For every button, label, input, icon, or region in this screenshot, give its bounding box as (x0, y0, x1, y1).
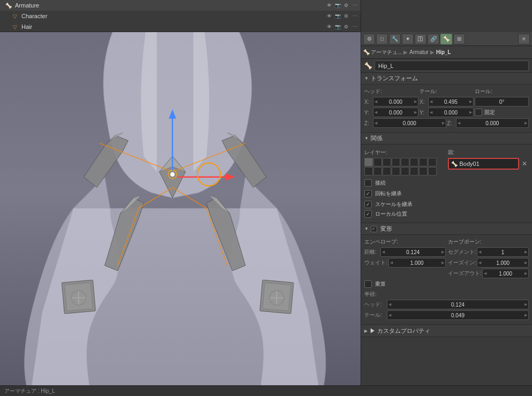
head-col-label: ヘッド: (364, 88, 418, 95)
ease-in-value[interactable]: 1.000 (477, 258, 529, 268)
relations-section-header[interactable]: ▼ 関係 (361, 133, 532, 144)
settings-icon[interactable]: ⚙ (342, 2, 350, 9)
outliner-row-character[interactable]: ▽ Character 👁 📷 ⚙ ⋯ (0, 11, 361, 21)
outliner-row-hair[interactable]: ▽ Hair 👁 📷 ⚙ ⋯ (0, 21, 361, 32)
y-axis-head: Y: (364, 110, 372, 116)
hair-more-icon[interactable]: ⋯ (351, 23, 358, 31)
layer-cell-10[interactable] (373, 167, 382, 176)
roll-value[interactable]: 0° (475, 97, 529, 106)
radius-head-value[interactable]: 0.124 (387, 300, 529, 309)
segment-value[interactable]: 1 (477, 247, 529, 257)
deform-arrow: ▼ (364, 226, 369, 231)
hair-render-icon[interactable]: 📷 (334, 23, 341, 31)
deform-section-header[interactable]: ▼ 変形 (361, 223, 532, 235)
kotei-label: 固定 (484, 109, 495, 116)
hair-set-icon[interactable]: ⚙ (342, 23, 350, 31)
outliner-row-armature[interactable]: 🦴 Armature 👁 📷 ⚙ ⋯ (0, 0, 361, 11)
custom-props-section: ▶ ▶ カスタムプロパティ (361, 325, 532, 337)
breadcrumb: 🦴 アーマチュ... ▶ Armatur ▶ Hip_L (361, 46, 532, 59)
layer-cell-3[interactable] (383, 158, 391, 166)
transform-arrow: ▼ (364, 76, 369, 81)
custom-props-header[interactable]: ▶ ▶ カスタムプロパティ (361, 325, 532, 337)
x-head-value[interactable]: 0.000 (373, 97, 418, 106)
layer-cell-6[interactable] (410, 158, 418, 166)
radius-tail-value[interactable]: 0.049 (387, 310, 529, 320)
layer-cell-11[interactable] (383, 167, 391, 176)
bc-armatur[interactable]: Armatur (409, 49, 429, 55)
layer-cell-15[interactable] (419, 167, 428, 176)
layer-cell-2[interactable] (373, 158, 382, 166)
viewport-background (0, 0, 361, 385)
char-set-icon[interactable]: ⚙ (342, 12, 350, 20)
inherit-scale-checkbox[interactable] (364, 201, 372, 208)
bc-armature[interactable]: アーマチュ... (371, 49, 402, 56)
curvebone-label: カーブボーン: (448, 238, 529, 246)
tool-btn-modifier[interactable]: 🔧 (389, 34, 401, 44)
z-tail-value[interactable]: 0.000 (456, 118, 529, 128)
y-axis-tail: Y: (419, 110, 427, 116)
tool-btn-data[interactable]: ⊞ (453, 34, 465, 44)
tool-btn-mesh[interactable]: ⚙ (363, 34, 375, 44)
viewport[interactable]: 🦴 Armature 👁 📷 ⚙ ⋯ ▽ Character 👁 � (0, 0, 361, 385)
app: 🦴 Armature 👁 📷 ⚙ ⋯ ▽ Character 👁 � (0, 0, 532, 396)
layer-label: レイヤー: (364, 149, 446, 156)
inherit-rotation-checkbox[interactable] (364, 190, 372, 197)
layer-cell-5[interactable] (401, 158, 409, 166)
tool-btn-constraints[interactable]: 🔗 (428, 34, 439, 44)
layer-cell-16[interactable] (428, 167, 437, 176)
bone-name-input[interactable] (374, 60, 529, 71)
relations-arrow: ▼ (364, 136, 369, 141)
layer-grid[interactable] (364, 158, 446, 176)
y-head-value[interactable]: 0.000 (373, 108, 418, 117)
layer-cell-14[interactable] (410, 167, 418, 176)
connected-row: 接続 (361, 178, 532, 188)
parent-clear-btn[interactable]: ✕ (520, 159, 529, 168)
hair-vis-icon[interactable]: 👁 (325, 23, 333, 31)
y-tail-value[interactable]: 0.000 (428, 108, 474, 117)
bc-icon: 🦴 (363, 49, 370, 55)
render-icon[interactable]: 📷 (334, 2, 341, 9)
tool-btn-physics[interactable]: ⚿ (415, 34, 426, 44)
transform-section-header[interactable]: ▼ トランスフォーム (361, 73, 532, 85)
weight-value[interactable]: 1.000 (388, 258, 446, 268)
connected-checkbox[interactable] (364, 179, 372, 187)
ease-out-value[interactable]: 1.000 (482, 269, 529, 278)
layer-cell-7[interactable] (419, 158, 428, 166)
radius-head-label: ヘッド: (364, 301, 386, 308)
distance-value[interactable]: 0.124 (380, 247, 446, 257)
layer-cell-8[interactable] (428, 158, 437, 166)
local-position-checkbox[interactable] (364, 210, 372, 218)
tool-btn-bone[interactable]: 🦴 (440, 34, 452, 44)
more-icon[interactable]: ⋯ (351, 2, 358, 9)
tool-btn-scene[interactable]: ≡ (518, 34, 530, 44)
panel-toolbar: ⚙ □ 🔧 ✦ ⚿ 🔗 🦴 ⊞ ≡ (361, 32, 532, 46)
bc-hip-l[interactable]: Hip_L (436, 49, 451, 55)
layer-cell-4[interactable] (392, 158, 400, 166)
x-tail-value[interactable]: 0.495 (428, 97, 474, 106)
deform-enabled-checkbox[interactable] (371, 226, 377, 232)
layer-cell-12[interactable] (392, 167, 400, 176)
inherit-rotation-row: 回転を継承 (361, 188, 532, 199)
layer-cell-9[interactable] (364, 167, 373, 176)
char-more-icon[interactable]: ⋯ (351, 12, 358, 20)
parent-field[interactable]: 🦴 Body01 (448, 158, 520, 170)
parent-group: 親: 🦴 Body01 ✕ (448, 149, 529, 176)
hair-icons: 👁 📷 ⚙ ⋯ (325, 23, 358, 31)
inherit-rotation-label: 回転を継承 (375, 190, 402, 197)
tool-btn-object[interactable]: □ (376, 34, 388, 44)
layers-group: レイヤー: (364, 149, 446, 176)
right-panel: ⚙ □ 🔧 ✦ ⚿ 🔗 🦴 ⊞ ≡ 🦴 アーマチュ... ▶ Armatur ▶… (361, 0, 532, 385)
multiply-checkbox[interactable] (364, 280, 372, 288)
layer-cell-13[interactable] (401, 167, 409, 176)
tool-btn-particles[interactable]: ✦ (402, 34, 414, 44)
layer-cell-1[interactable] (364, 158, 373, 166)
status-bar: アーマチュア : Hip_L (0, 385, 532, 396)
z-head-value[interactable]: 0.000 (373, 118, 446, 128)
local-position-label: ローカル位置 (375, 210, 407, 218)
radius-tail-label: テール: (364, 311, 386, 319)
visibility-icon[interactable]: 👁 (325, 2, 333, 9)
char-vis-icon[interactable]: 👁 (325, 12, 333, 20)
char-render-icon[interactable]: 📷 (334, 12, 341, 20)
kotei-checkbox[interactable] (475, 109, 482, 116)
roll-col-label: ロール: (475, 88, 529, 95)
